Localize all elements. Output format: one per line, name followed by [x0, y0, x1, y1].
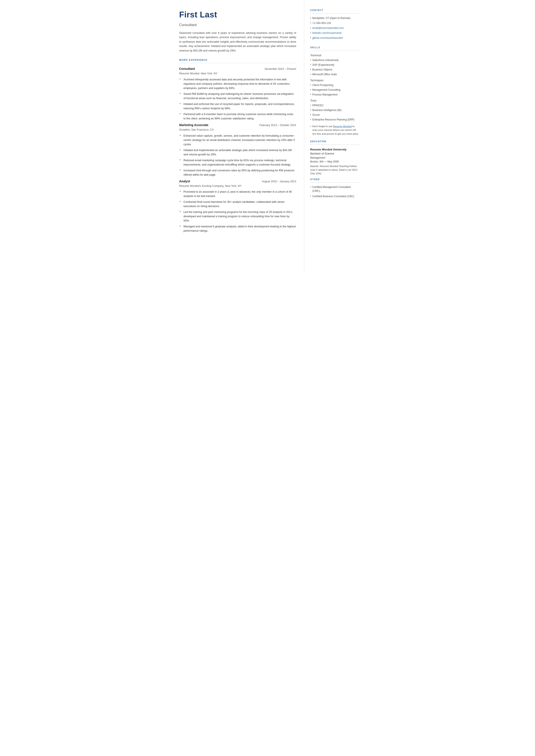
skills-section: SKILLS Technical: Salesforce (Advanced) … [310, 46, 359, 122]
job-2-dates: February 2013 – October 2015 [259, 123, 296, 127]
skill-sap: SAP (Experienced) [310, 63, 359, 67]
edu-awards: Awards: Resume Worded Teaching Fellow (o… [310, 164, 359, 176]
contact-label: CONTACT [310, 9, 359, 12]
contact-github-link[interactable]: github.com/resumeworded [312, 37, 343, 40]
edu-degree: Bachelor of Science [310, 152, 359, 156]
skills-technical-label: Technical: [310, 53, 359, 57]
full-name: First Last [179, 9, 296, 21]
left-column: First Last Consultant Seasoned consultan… [171, 0, 304, 274]
job-2-bullet-4: Increased click-through and conversion r… [179, 168, 296, 177]
job-1-bullet-2: Saved RW $18M by analyzing and redesigni… [179, 92, 296, 100]
other-section: OTHER Certified Management Consultant (C… [310, 178, 359, 199]
skill-business-objects: Business Objects [310, 68, 359, 71]
contact-linkedin-link[interactable]: linkedin.com/in/username [312, 32, 342, 35]
contact-location: Montpelier, VT (Open to Remote) [310, 16, 359, 20]
job-1-bullet-4: Partnered with a 6-member team to promot… [179, 112, 296, 121]
job-1-bullet-3: Initiated and enforced the use of recycl… [179, 102, 296, 111]
note-text-before: Don't forget to use [312, 125, 333, 127]
job-3-header: Analyst August 2010 – January 2013 [179, 179, 296, 183]
education-section: EDUCATION Resume Worded University Bache… [310, 140, 359, 176]
job-1-company: Resume Worded, New York, NY [179, 71, 296, 76]
resume-page: First Last Consultant Seasoned consultan… [171, 0, 365, 274]
job-2-header: Marketing Associate February 2013 – Octo… [179, 123, 296, 127]
job-2-bullet-1: Enhanced value capture, growth, service,… [179, 134, 296, 147]
right-column: CONTACT Montpelier, VT (Open to Remote) … [304, 0, 365, 274]
work-experience-label: WORK EXPERIENCE [179, 58, 296, 62]
job-2-bullets: Enhanced value capture, growth, service,… [179, 134, 296, 177]
skill-client-prospecting: Client Prospecting [310, 83, 359, 87]
job-1-header: Consultant November 2015 – Present [179, 67, 296, 71]
contact-phone: +1-334-453-119 [310, 21, 359, 25]
skill-bi: Business Intelligence (BI) [310, 108, 359, 112]
skills-label: SKILLS [310, 46, 359, 49]
edu-location-date: Boston, MA — May 2009 [310, 160, 359, 164]
edu-field: Management [310, 156, 359, 160]
skill-salesforce: Salesforce (Advanced) [310, 58, 359, 62]
job-2-bullet-2: Initiated and implemented an actionable … [179, 148, 296, 157]
contact-github: github.com/resumeworded [310, 36, 359, 40]
education-label: EDUCATION [310, 140, 359, 143]
job-3-title: Analyst [179, 179, 190, 183]
job-1-bullet-1: Archived infrequently accessed data and … [179, 77, 296, 90]
skill-erp: Enterprise Resource Planning (ERP) [310, 118, 359, 122]
job-1-bullets: Archived infrequently accessed data and … [179, 77, 296, 121]
education-divider [310, 145, 359, 145]
resume-worded-link[interactable]: Resume Worded [333, 125, 352, 127]
job-3-bullet-3: Led the training and peer-mentoring prog… [179, 210, 296, 223]
job-title-header: Consultant [179, 22, 296, 28]
skill-scrum: Scrum [310, 113, 359, 117]
contact-email-link[interactable]: email@resumeworded.com [312, 26, 344, 30]
job-2-title: Marketing Associate [179, 123, 209, 127]
job-2-bullet-3: Reduced email marketing campaign cycle t… [179, 158, 296, 167]
job-3-bullet-2: Conducted final round interviews for 30+… [179, 200, 296, 209]
skills-techniques-label: Techniques: [310, 78, 359, 82]
skills-tools-label: Tools: [310, 99, 359, 102]
job-1-title: Consultant [179, 67, 195, 71]
job-3-bullet-4: Managed and mentored 6 graduate analysts… [179, 224, 296, 233]
job-3-bullets: Promoted to an associate in 2 years (1 y… [179, 190, 296, 233]
skill-prince2: PRINCE2 [310, 103, 359, 107]
other-item-2: Certified Business Consultant (CBC). [310, 194, 359, 198]
other-divider [310, 182, 359, 182]
job-3-dates: August 2010 – January 2013 [262, 180, 296, 183]
summary-text: Seasoned consultant with over 8 years of… [179, 31, 296, 53]
job-1-dates: November 2015 – Present [265, 67, 296, 71]
skill-management-consulting: Management Consulting [310, 88, 359, 92]
contact-linkedin: linkedin.com/in/username [310, 31, 359, 35]
skill-process-management: Process Management [310, 93, 359, 97]
work-experience-divider [179, 63, 296, 63]
contact-email: email@resumeworded.com [310, 26, 359, 30]
job-3-company: Resume Worded's Exciting Company, New Yo… [179, 184, 296, 188]
other-item-1: Certified Management Consultant (CMC). [310, 185, 359, 193]
resume-worded-note: Don't forget to use Resume Worded to sca… [310, 125, 359, 136]
job-2-company: Growthsi, San Francisco, CA [179, 128, 296, 132]
edu-school: Resume Worded University [310, 147, 359, 152]
other-label: OTHER [310, 178, 359, 181]
job-3-bullet-1: Promoted to an associate in 2 years (1 y… [179, 190, 296, 198]
skill-ms-office: Microsoft Office Suite [310, 72, 359, 76]
